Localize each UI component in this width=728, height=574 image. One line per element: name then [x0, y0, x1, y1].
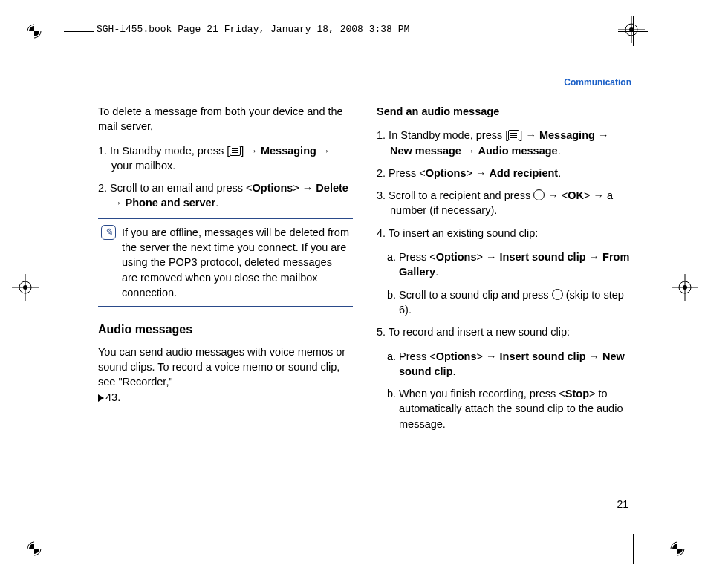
circle-button-icon: [552, 289, 563, 300]
header-filename: SGH-i455.book Page 21 Friday, January 18…: [97, 24, 409, 35]
r-step-4a: a. Press <Options> → Insert sound clip →…: [377, 250, 631, 280]
registration-mark-icon: [21, 535, 48, 562]
note-box: ✎ If you are offline, messages will be d…: [98, 218, 353, 307]
page-content: To delete a message from both your devic…: [98, 104, 631, 439]
section-label: Communication: [564, 77, 631, 88]
r-step-4b: b. Scroll to a sound clip and press (ski…: [377, 287, 631, 318]
r-step-5: 5. To record and insert a new sound clip…: [377, 324, 631, 339]
registration-mark-icon: [21, 18, 48, 45]
crop-mark: [618, 534, 648, 564]
r-step-4: 4. To insert an existing sound clip:: [377, 226, 631, 241]
crop-mark: [64, 16, 94, 46]
r-step-5b: b. When you finish recording, press <Sto…: [377, 386, 631, 431]
r-step-2: 2. Press <Options> → Add recipient.: [377, 166, 631, 180]
audio-paragraph: You can send audio messages with voice m…: [98, 345, 353, 405]
step-2: 2. Scroll to an email and press <Options…: [98, 180, 353, 211]
registration-mark-icon: [618, 16, 645, 43]
r-step-5a: a. Press <Options> → Insert sound clip →…: [377, 349, 631, 379]
send-audio-heading: Send an audio message: [377, 104, 631, 119]
audio-messages-heading: Audio messages: [98, 322, 353, 338]
page-number: 21: [617, 498, 628, 510]
crop-mark: [64, 534, 94, 564]
registration-mark-icon: [664, 535, 691, 562]
note-text: If you are offline, messages will be del…: [122, 225, 350, 300]
left-column: To delete a message from both your devic…: [98, 104, 353, 439]
r-step-1: 1. In Standby mode, press [] → Messaging…: [377, 128, 631, 158]
delete-intro: To delete a message from both your devic…: [98, 104, 353, 134]
note-icon: ✎: [101, 225, 116, 240]
step-1: 1. In Standby mode, press [] → Messaging…: [98, 143, 353, 174]
header-rule: [82, 45, 631, 45]
r-step-3: 3. Scroll to a recipient and press → <OK…: [377, 188, 631, 218]
circle-button-icon: [533, 189, 545, 200]
registration-mark-icon: [672, 274, 698, 301]
triangle-icon: [98, 394, 104, 402]
registration-mark-icon: [12, 274, 39, 301]
menu-icon: [508, 130, 519, 140]
right-column: Send an audio message 1. In Standby mode…: [377, 104, 631, 439]
menu-icon: [230, 146, 241, 156]
